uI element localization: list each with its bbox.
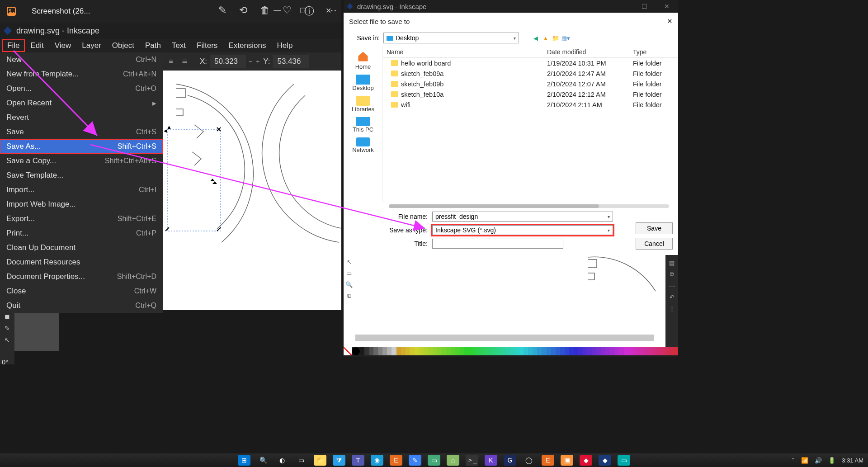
menu-view[interactable]: View — [49, 39, 77, 52]
color-swatch[interactable] — [533, 347, 537, 355]
menu-edit[interactable]: Edit — [25, 39, 49, 52]
file-row[interactable]: sketch_feb09a2/10/2024 12:47 AMFile fold… — [383, 68, 678, 79]
color-swatch[interactable] — [624, 347, 628, 355]
zoom-tool-icon[interactable]: 🔍 — [345, 281, 353, 288]
color-swatch[interactable] — [433, 347, 437, 355]
color-swatch[interactable] — [501, 347, 505, 355]
menu-help[interactable]: Help — [272, 39, 298, 52]
menu-filters[interactable]: Filters — [191, 39, 223, 52]
color-swatch[interactable] — [660, 347, 665, 355]
color-swatch[interactable] — [455, 347, 460, 355]
y-value[interactable]: 53.436 — [273, 55, 309, 68]
color-swatch[interactable] — [492, 347, 496, 355]
color-swatch[interactable] — [410, 347, 415, 355]
color-swatch[interactable] — [615, 347, 619, 355]
tray-chevron-icon[interactable]: ˄ — [792, 457, 795, 464]
color-swatch[interactable] — [656, 347, 660, 355]
color-swatch[interactable] — [406, 347, 410, 355]
battery-icon[interactable]: 🔋 — [828, 457, 835, 464]
color-swatch[interactable] — [537, 347, 542, 355]
file-menu-new-from-template-[interactable]: New from Template...Ctrl+Alt+N — [0, 67, 163, 81]
color-swatch[interactable] — [505, 347, 510, 355]
color-swatch[interactable] — [633, 347, 637, 355]
app-icon-g[interactable]: G — [504, 455, 516, 466]
vscode-icon[interactable]: ⧩ — [333, 455, 345, 466]
up-icon[interactable]: ▲ — [542, 34, 550, 42]
wifi-icon[interactable]: 📶 — [801, 457, 808, 464]
app-icon-red[interactable]: ◆ — [580, 455, 592, 466]
color-swatch[interactable] — [646, 347, 651, 355]
menu-extensions[interactable]: Extensions — [223, 39, 271, 52]
minimize-button[interactable]: — — [264, 0, 290, 21]
file-menu-save-as-[interactable]: Save As...Shift+Ctrl+S — [0, 139, 163, 154]
color-swatch[interactable] — [524, 347, 528, 355]
system-tray[interactable]: ˄ 📶 🔊 🔋 3:31 AM — [792, 457, 863, 464]
xml-icon[interactable]: ⋯ — [669, 283, 675, 289]
minimize-button[interactable]: — — [610, 0, 633, 13]
color-swatch[interactable] — [565, 347, 569, 355]
edge-icon[interactable]: ◉ — [371, 455, 383, 466]
color-swatch[interactable] — [556, 347, 560, 355]
more-icon[interactable]: ⋮ — [669, 305, 675, 312]
file-name-input[interactable]: pressfit_design ▾ — [432, 212, 613, 222]
color-swatch[interactable] — [478, 347, 483, 355]
no-fill-swatch[interactable] — [344, 347, 352, 355]
inkscape-taskbar-icon[interactable]: ◆ — [599, 455, 611, 466]
menu-object[interactable]: Object — [107, 39, 140, 52]
color-swatch[interactable] — [578, 347, 583, 355]
cancel-button[interactable]: Cancel — [636, 238, 673, 250]
color-swatch[interactable] — [437, 347, 442, 355]
color-swatch[interactable] — [483, 347, 487, 355]
x-value[interactable]: 50.323 — [210, 55, 246, 68]
color-swatch[interactable] — [401, 347, 406, 355]
save-type-combo[interactable]: Inkscape SVG (*.svg) ▾ — [432, 225, 613, 235]
dropper-icon[interactable]: ✎ — [5, 325, 10, 332]
black-swatch[interactable] — [352, 347, 360, 355]
color-swatch[interactable] — [583, 347, 587, 355]
photos-icon[interactable]: ▣ — [561, 455, 573, 466]
color-swatch[interactable] — [424, 347, 428, 355]
file-menu-document-properties-[interactable]: Document Properties...Shift+Ctrl+D — [0, 269, 163, 284]
pointer-tool-icon[interactable]: ↖ — [347, 259, 352, 265]
explorer-icon[interactable]: 📁 — [314, 455, 326, 466]
color-swatch[interactable] — [519, 347, 524, 355]
color-swatch[interactable] — [569, 347, 574, 355]
file-menu-open-recent[interactable]: Open Recent▸ — [0, 96, 163, 110]
sidebar-network[interactable]: Network — [344, 136, 382, 155]
app-icon-k[interactable]: K — [485, 455, 497, 466]
fill-swatch-icon[interactable]: ◼ — [5, 313, 10, 320]
app-icon-orange[interactable]: E — [390, 455, 402, 466]
app-icon-folder[interactable]: ▭ — [428, 455, 440, 466]
color-swatch[interactable] — [628, 347, 633, 355]
chrome-icon[interactable]: ◯ — [523, 455, 535, 466]
file-menu-save[interactable]: SaveCtrl+S — [0, 125, 163, 139]
menu-path[interactable]: Path — [140, 39, 166, 52]
color-swatch[interactable] — [474, 347, 478, 355]
file-menu-open-[interactable]: Open...Ctrl+O — [0, 81, 163, 96]
color-swatch[interactable] — [469, 347, 474, 355]
pages-tool-icon[interactable]: ⧉ — [347, 292, 351, 300]
color-swatch[interactable] — [446, 347, 451, 355]
color-swatch[interactable] — [574, 347, 578, 355]
teams-icon[interactable]: T — [352, 455, 364, 466]
inkscape2-hscroll[interactable] — [355, 335, 654, 341]
file-menu-quit[interactable]: QuitCtrl+Q — [0, 298, 163, 313]
search-icon[interactable]: 🔍 — [257, 455, 269, 466]
color-swatch[interactable] — [460, 347, 464, 355]
col-date[interactable]: Date modified — [543, 48, 629, 56]
color-swatch[interactable] — [387, 347, 392, 355]
color-swatch[interactable] — [364, 347, 369, 355]
color-swatch[interactable] — [428, 347, 433, 355]
file-menu-document-resources[interactable]: Document Resources — [0, 255, 163, 269]
color-swatch[interactable] — [542, 347, 547, 355]
x-stepper[interactable]: − + — [249, 58, 260, 65]
color-swatch[interactable] — [464, 347, 469, 355]
file-row[interactable]: wifi2/10/2024 2:11 AMFile folder — [383, 99, 678, 110]
color-swatch[interactable] — [601, 347, 605, 355]
color-swatch[interactable] — [669, 347, 674, 355]
copy-icon[interactable]: ⧉ — [670, 271, 674, 278]
color-swatch[interactable] — [610, 347, 614, 355]
color-swatch[interactable] — [382, 347, 387, 355]
inkscape2-canvas[interactable] — [344, 255, 678, 347]
color-swatch[interactable] — [642, 347, 646, 355]
